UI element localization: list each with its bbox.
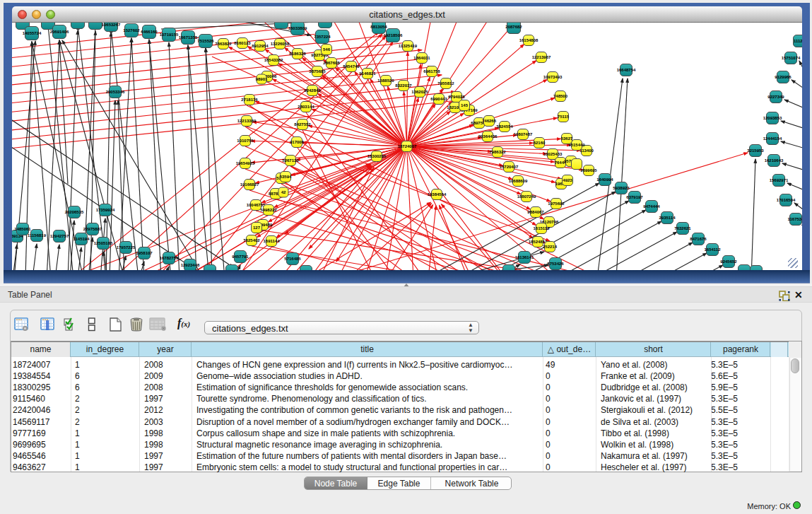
svg-text:42: 42 [281,190,286,194]
svg-text:252214: 252214 [543,245,558,249]
svg-text:10973493: 10973493 [543,75,563,79]
svg-text:8454749: 8454749 [343,64,360,69]
svg-text:1958107: 1958107 [136,251,153,255]
svg-text:10046755: 10046755 [247,203,266,207]
svg-text:18724007: 18724007 [398,144,417,148]
svg-text:8471676: 8471676 [690,237,707,241]
svg-text:15692971: 15692971 [770,178,789,182]
svg-text:1691144: 1691144 [263,239,280,243]
svg-text:5938923: 5938923 [613,186,630,190]
svg-text:7955812: 7955812 [437,81,454,86]
svg-text:9884067: 9884067 [527,210,544,214]
svg-text:20691406: 20691406 [50,30,69,34]
svg-text:145: 145 [461,103,469,107]
svg-text:3875685: 3875685 [309,69,326,74]
svg-text:7986322: 7986322 [489,150,506,154]
svg-text:8186328: 8186328 [289,52,306,56]
svg-text:1588520: 1588520 [377,78,394,83]
svg-text:1615112: 1615112 [533,226,550,230]
svg-text:22975887: 22975887 [83,227,102,231]
svg-text:20364436: 20364436 [478,134,498,139]
svg-text:19654925: 19654925 [236,161,255,165]
svg-text:12213967: 12213967 [532,55,551,59]
svg-text:16033809: 16033809 [288,26,307,30]
svg-text:1753426: 1753426 [547,262,564,266]
svg-text:16154808: 16154808 [519,38,539,42]
svg-text:75115: 75115 [558,115,570,119]
svg-text:19166827: 19166827 [240,182,259,187]
svg-text:17359924: 17359924 [96,208,115,212]
svg-text:3215953: 3215953 [747,148,764,153]
svg-text:9227349: 9227349 [767,95,784,99]
svg-text:1167534: 1167534 [787,217,802,221]
svg-text:18807249: 18807249 [517,194,536,199]
svg-text:2087682: 2087682 [505,25,522,29]
svg-text:917006: 917006 [290,140,305,144]
svg-text:5716485: 5716485 [284,257,301,261]
svg-text:8813054: 8813054 [370,25,387,29]
svg-text:9699695: 9699695 [580,168,597,173]
svg-text:3824554: 3824554 [496,124,513,129]
svg-text:9245652: 9245652 [720,259,737,264]
svg-text:10025433: 10025433 [543,152,563,156]
svg-text:19218506: 19218506 [384,33,403,37]
svg-text:1485061: 1485061 [14,227,31,231]
svg-text:10719155: 10719155 [160,33,179,37]
svg-text:62160: 62160 [534,141,546,145]
svg-text:53594: 53594 [280,175,292,179]
svg-text:2935114: 2935114 [659,216,676,220]
svg-text:7663822: 7663822 [215,42,232,46]
svg-text:127: 127 [253,226,261,230]
svg-text:2867608: 2867608 [323,61,340,65]
svg-text:1145194: 1145194 [73,237,90,241]
svg-text:1864031: 1864031 [413,56,430,60]
svg-text:17016504: 17016504 [777,198,796,202]
svg-text:11123: 11123 [794,39,802,43]
svg-text:10653267: 10653267 [102,23,121,27]
svg-text:113400: 113400 [579,148,594,153]
svg-text:12505185: 12505185 [94,241,113,245]
svg-text:16782759: 16782759 [160,256,179,260]
svg-text:7515526: 7515526 [197,39,214,43]
svg-text:12093853: 12093853 [763,116,782,120]
svg-text:8322037: 8322037 [395,83,412,88]
svg-text:1654112: 1654112 [704,247,721,252]
svg-text:16543362: 16543362 [264,58,283,62]
svg-text:19384554: 19384554 [428,192,447,197]
svg-text:18300295: 18300295 [367,154,387,158]
svg-text:7357224: 7357224 [314,35,331,39]
svg-text:16210643: 16210643 [765,158,784,163]
svg-text:29053346: 29053346 [106,90,125,94]
svg-text:4923: 4923 [563,178,572,182]
svg-text:17957225: 17957225 [117,245,136,250]
svg-text:9242848: 9242848 [304,88,321,93]
svg-text:10688609: 10688609 [509,179,528,183]
svg-text:12923448: 12923448 [181,263,200,267]
svg-text:6466160: 6466160 [141,30,158,34]
svg-text:8160123: 8160123 [234,41,251,45]
svg-text:1640994: 1640994 [596,177,613,182]
svg-text:13226058: 13226058 [271,42,290,46]
svg-text:20206535: 20206535 [65,210,84,214]
svg-text:16648754: 16648754 [617,68,636,72]
svg-text:8427552: 8427552 [294,122,311,127]
svg-text:5267130: 5267130 [282,158,299,163]
svg-text:10807487: 10807487 [514,132,533,136]
svg-text:5498222: 5498222 [260,208,277,212]
svg-text:14055724: 14055724 [23,31,42,35]
svg-text:1010755: 1010755 [237,139,254,143]
svg-text:9146821: 9146821 [359,71,376,76]
svg-text:11156819: 11156819 [28,233,47,238]
svg-text:1527602: 1527602 [123,28,140,33]
svg-text:6961758: 6961758 [423,69,440,74]
svg-text:16136141: 16136141 [515,255,534,259]
svg-text:12213369: 12213369 [237,119,257,123]
svg-text:9474444: 9474444 [643,204,660,209]
svg-text:12444154: 12444154 [763,136,782,141]
svg-text:8912954: 8912954 [252,44,269,48]
svg-text:748500: 748500 [553,94,568,98]
svg-text:53627: 53627 [561,136,573,141]
svg-text:746266: 746266 [482,119,497,123]
svg-text:6990443: 6990443 [430,97,447,101]
svg-text:7632621: 7632621 [674,226,691,230]
